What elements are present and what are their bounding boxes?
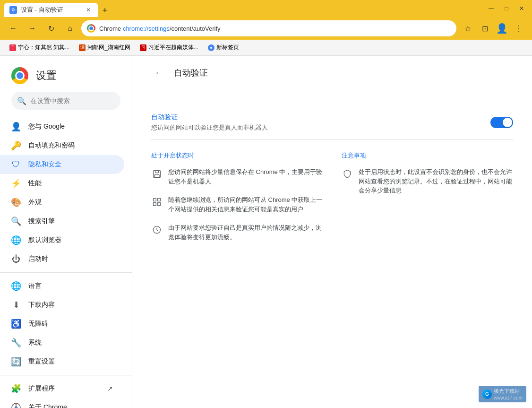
sidebar-item-google[interactable]: 👤 您与 Google [0, 117, 124, 136]
info-icon [11, 403, 21, 408]
sidebar-label-browser: 默认浏览器 [28, 236, 61, 244]
setting-info: 自动验证 您访问的网站可以验证您是真人而非机器人 [151, 113, 268, 132]
when-enabled-column: 处于开启状态时 您访问的网站将少量信息保存在 Chrome 中，主要用于验证您不… [151, 151, 323, 251]
sidebar: 设置 🔍 👤 您与 Google 🔑 自动填充和密码 🛡 隐私和安全 ⚡ 性能 … [0, 56, 132, 408]
navbar: ← → ↻ ⌂ Chrome chrome://settings/content… [0, 17, 532, 40]
sidebar-item-search[interactable]: 🔍 搜索引擎 [0, 212, 124, 231]
sidebar-item-extensions[interactable]: 🧩 扩展程序 ↗ [0, 379, 124, 398]
chrome-label: Chrome [99, 25, 121, 32]
settings-layout: 设置 🔍 👤 您与 Google 🔑 自动填充和密码 🛡 隐私和安全 ⚡ 性能 … [0, 56, 532, 408]
watermark-logo: G [482, 390, 492, 399]
info-item-2: 随着您继续浏览，所访问的网站可从 Chrome 中获取上一个网站提供的相关信息来… [151, 195, 323, 214]
sidebar-label-extensions: 扩展程序 [28, 384, 55, 393]
sidebar-item-privacy[interactable]: 🛡 隐私和安全 [0, 155, 124, 174]
bookmark-favicon-1: 宁 [9, 44, 16, 51]
bookmark-item-3[interactable]: 习 习近平在越南媒体... [136, 42, 202, 53]
bookmark-label-4: 新标签页 [216, 43, 239, 52]
accessibility-icon: ♿ [11, 319, 21, 329]
auto-verify-setting-row: 自动验证 您访问的网站可以验证您是真人而非机器人 [151, 105, 513, 140]
extensions-button[interactable]: ⊡ [477, 21, 492, 36]
sidebar-item-browser[interactable]: 🌐 默认浏览器 [0, 231, 124, 250]
sidebar-item-system[interactable]: 🔧 系统 [0, 333, 124, 352]
when-enabled-title: 处于开启状态时 [151, 151, 323, 160]
search-icon: 🔍 [17, 96, 26, 105]
auto-verify-toggle[interactable] [490, 117, 513, 128]
bookmark-button[interactable]: ☆ [460, 21, 475, 36]
address-bar[interactable]: Chrome chrome://settings/content/autoVer… [81, 20, 456, 36]
power-icon: ⏻ [11, 254, 21, 264]
svg-rect-4 [155, 171, 159, 173]
sidebar-item-accessibility[interactable]: ♿ 无障碍 [0, 314, 124, 333]
toggle-subtitle: 您访问的网站可以验证您是真人而非机器人 [151, 123, 268, 132]
svg-rect-8 [154, 203, 156, 206]
titlebar: ⚙ 设置 - 自动验证 ✕ + — □ ✕ [0, 0, 532, 17]
sidebar-label-startup: 启动时 [28, 255, 48, 263]
minimize-button[interactable]: — [485, 2, 498, 15]
sidebar-item-downloads[interactable]: ⬇ 下载内容 [0, 295, 124, 314]
maximize-button[interactable]: □ [500, 2, 513, 15]
svg-rect-5 [154, 175, 159, 177]
menu-button[interactable]: ⋮ [511, 21, 526, 36]
person-icon: 👤 [11, 122, 21, 131]
refresh-button[interactable]: ↻ [43, 21, 59, 36]
sidebar-label-downloads: 下载内容 [28, 301, 55, 309]
sidebar-item-about[interactable]: 关于 Chrome [0, 398, 124, 408]
bookmark-label-1: 宁心：知其然 知其... [18, 43, 69, 52]
tab-bar: ⚙ 设置 - 自动验证 ✕ + [4, 0, 483, 17]
window-controls: — □ ✕ [485, 2, 528, 15]
sidebar-item-language[interactable]: 🌐 语言 [0, 277, 124, 295]
sidebar-item-appearance[interactable]: 🎨 外观 [0, 193, 124, 212]
page-back-button[interactable]: ← [151, 65, 166, 80]
clock-icon [151, 224, 163, 235]
sidebar-item-reset[interactable]: 🔄 重置设置 [0, 352, 124, 371]
notes-column: 注意事项 处于启用状态时，此设置不会识别您的身份，也不会允许网站查看您的浏览记录… [342, 151, 513, 251]
chrome-favicon [87, 24, 95, 33]
page-title: 自动验证 [174, 67, 208, 78]
bookmark-favicon-4: ● [208, 44, 215, 51]
save-icon [151, 168, 163, 180]
info-item-1: 您访问的网站将少量信息保存在 Chrome 中，主要用于验证您不是机器人 [151, 167, 323, 186]
settings-page-title: 设置 [36, 69, 57, 83]
download-icon: ⬇ [11, 300, 21, 310]
active-tab[interactable]: ⚙ 设置 - 自动验证 ✕ [4, 3, 98, 17]
extensions-icon: 🧩 [11, 384, 21, 393]
close-button[interactable]: ✕ [515, 2, 528, 15]
home-button[interactable]: ⌂ [62, 21, 77, 36]
tab-close-button[interactable]: ✕ [84, 6, 93, 14]
toggle-title: 自动验证 [151, 113, 268, 122]
sidebar-item-autofill[interactable]: 🔑 自动填充和密码 [0, 136, 124, 155]
bookmark-label-3: 习近平在越南媒体... [148, 43, 198, 52]
info-text-1: 您访问的网站将少量信息保存在 Chrome 中，主要用于验证您不是机器人 [168, 167, 323, 186]
profile-button[interactable]: 👤 [494, 21, 509, 36]
bookmark-item-2[interactable]: 湘 湘邮网_湖南红网 [75, 42, 134, 53]
performance-icon: ⚡ [11, 179, 21, 188]
sidebar-label-system: 系统 [28, 339, 42, 347]
bookmark-favicon-3: 习 [140, 44, 146, 51]
nav-icons: ☆ ⊡ 👤 ⋮ [460, 21, 526, 36]
external-link-icon: ↗ [107, 385, 113, 392]
tab-favicon: ⚙ [9, 6, 17, 14]
chrome-logo [11, 67, 28, 84]
settings-search-box[interactable]: 🔍 [11, 92, 120, 110]
sidebar-label-google: 您与 Google [28, 122, 65, 131]
sidebar-item-performance[interactable]: ⚡ 性能 [0, 174, 124, 193]
sidebar-label-privacy: 隐私和安全 [28, 160, 61, 169]
watermark: G 极光下载站 www.xz7.com [479, 386, 526, 402]
main-panel: ← 自动验证 自动验证 您访问的网站可以验证您是真人而非机器人 处于开启状态时 [132, 56, 532, 408]
sidebar-item-startup[interactable]: ⏻ 启动时 [0, 250, 124, 269]
bookmarks-bar: 宁 宁心：知其然 知其... 湘 湘邮网_湖南红网 习 习近平在越南媒体... … [0, 40, 532, 56]
key-icon: 🔑 [11, 141, 21, 150]
settings-search-input[interactable] [11, 92, 120, 110]
bookmark-item-1[interactable]: 宁 宁心：知其然 知其... [6, 42, 73, 53]
info-text-2: 随着您继续浏览，所访问的网站可从 Chrome 中获取上一个网站提供的相关信息来… [168, 195, 323, 214]
new-tab-button[interactable]: + [98, 4, 112, 17]
info-section: 处于开启状态时 您访问的网站将少量信息保存在 Chrome 中，主要用于验证您不… [151, 151, 513, 251]
forward-button[interactable]: → [25, 21, 40, 36]
bookmark-item-4[interactable]: ● 新标签页 [204, 42, 243, 53]
page-content: 自动验证 您访问的网站可以验证您是真人而非机器人 处于开启状态时 [132, 90, 532, 266]
back-button[interactable]: ← [6, 21, 21, 36]
wrench-icon: 🔧 [11, 338, 21, 347]
bookmark-favicon-2: 湘 [79, 44, 86, 51]
sidebar-label-accessibility: 无障碍 [28, 320, 48, 328]
sidebar-label-autofill: 自动填充和密码 [28, 141, 75, 150]
